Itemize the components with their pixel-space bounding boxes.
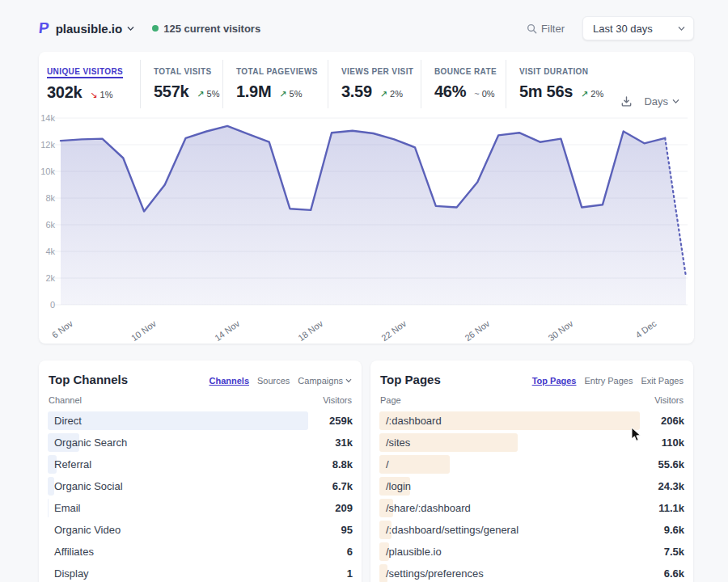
channels-rows: Direct 259k Organic Search 31k Referral … [48,411,353,582]
download-button[interactable] [620,95,633,108]
col-page: Page [380,395,401,405]
search-icon [527,23,537,34]
stat-value: 5m 56s [519,82,573,101]
stat-label: UNIQUE VISITORS [47,67,123,78]
row-label: /sites [379,436,410,449]
stat-label: VIEWS PER VISIT [341,67,413,76]
table-row[interactable]: /plausible.io 7.5k [379,542,684,561]
row-label: Referral [48,458,91,470]
stat-visit-duration[interactable]: VISIT DURATION 5m 56s ↗ 2% [506,60,635,108]
stat-change: ↗ 2% [581,89,603,99]
top-channels-title: Top Channels [49,373,128,386]
table-row[interactable]: /login 24.3k [379,477,684,496]
site-switcher-chevron-icon[interactable] [127,25,134,32]
chart-controls: Days [620,95,679,108]
chevron-down-icon [672,98,679,105]
table-row[interactable]: Organic Social 6.7k [48,477,353,496]
date-range-chevron-icon [678,25,685,32]
flat-tilde-icon: ~ [474,89,479,99]
site-name[interactable]: plausible.io [56,22,123,36]
stat-change: ↗ 5% [279,89,302,99]
filter-button[interactable]: Filter [527,23,565,35]
date-range-select[interactable]: Last 30 days [582,16,694,40]
stat-total-pageviews[interactable]: TOTAL PAGEVIEWS 1.9M ↗ 5% [222,60,328,108]
table-row[interactable]: /share/:dashboard 11.1k [379,499,684,517]
table-row[interactable]: Display 1 [48,564,353,582]
stat-label: BOUNCE RATE [434,67,497,76]
row-value: 209 [335,502,353,514]
row-label: /settings/preferences [379,567,484,580]
svg-text:26 Nov: 26 Nov [463,318,492,343]
svg-text:4k: 4k [45,247,55,256]
tab-entry-pages[interactable]: Entry Pages [584,376,633,386]
row-value: 110k [662,436,684,449]
tab-campaigns[interactable]: Campaigns [298,376,352,386]
table-row[interactable]: Direct 259k [48,411,353,430]
visitors-area-chart[interactable]: 02k4k6k8k10k12k14k6 Nov10 Nov14 Nov18 No… [39,108,694,343]
svg-text:14 Nov: 14 Nov [213,318,242,343]
top-pages-card: Top Pages Top Pages Entry Pages Exit Pag… [370,361,693,582]
row-value: 1 [347,567,353,580]
stat-change: ↘ 1% [90,90,112,100]
row-value: 6.7k [332,480,353,492]
stat-change: ↗ 5% [197,89,219,99]
row-bar [48,411,308,430]
table-row[interactable]: Affiliates 6 [48,542,353,561]
row-label: /share/:dashboard [379,502,471,514]
stat-views-per-visit[interactable]: VIEWS PER VISIT 3.59 ↗ 2% [328,60,421,108]
col-channel: Channel [49,395,82,405]
tab-sources[interactable]: Sources [257,376,290,386]
channels-column-headers: Channel Visitors [48,393,353,411]
table-row[interactable]: Organic Search 31k [48,433,353,452]
table-row[interactable]: / 55.6k [379,455,684,474]
col-visitors: Visitors [654,395,684,405]
row-label: Organic Social [48,480,123,492]
row-value: 31k [335,436,353,449]
tab-top-pages[interactable]: Top Pages [532,376,577,386]
row-label: Affiliates [48,546,94,558]
row-label: /login [379,480,411,492]
table-row[interactable]: Email 209 [48,499,353,517]
row-label: /:dashboard/settings/general [379,524,518,536]
table-row[interactable]: /:dashboard/settings/general 9.6k [379,521,684,539]
stat-total-visits[interactable]: TOTAL VISITS 557k ↗ 5% [140,60,222,108]
chevron-down-icon [345,377,352,384]
svg-text:6 Nov: 6 Nov [50,318,75,340]
svg-text:10k: 10k [40,167,55,176]
tab-channels[interactable]: Channels [209,376,249,386]
tab-exit-pages[interactable]: Exit Pages [641,376,684,386]
svg-text:30 Nov: 30 Nov [546,318,575,343]
table-row[interactable]: /sites 110k [379,433,684,452]
stat-value: 302k [47,83,82,102]
stat-unique-visitors[interactable]: UNIQUE VISITORS 302k ↘ 1% [47,60,140,108]
stat-bounce-rate[interactable]: BOUNCE RATE 46% ~ 0% [421,60,506,108]
svg-text:18 Nov: 18 Nov [296,318,325,343]
table-row[interactable]: Referral 8.8k [48,455,353,474]
table-row[interactable]: /:dashboard 206k [379,411,684,430]
svg-text:22 Nov: 22 Nov [379,318,408,343]
top-channels-card: Top Channels Channels Sources Campaigns … [39,361,362,582]
interval-dropdown[interactable]: Days [644,95,679,108]
row-label: Organic Search [48,436,127,449]
table-row[interactable]: Organic Video 95 [48,521,353,539]
top-pages-title: Top Pages [380,373,441,386]
row-value: 6.6k [664,567,684,580]
live-dot-icon [152,25,159,32]
row-value: 6 [347,546,353,558]
current-visitors[interactable]: 125 current visitors [152,23,260,35]
arrow-up-icon: ↗ [380,89,387,99]
table-row[interactable]: /settings/preferences 6.6k [379,564,684,582]
stat-value: 557k [154,82,188,101]
row-bar [379,455,450,474]
stat-value: 3.59 [341,82,372,101]
arrow-down-icon: ↘ [90,90,97,99]
row-value: 95 [341,524,353,536]
interval-label: Days [644,95,668,108]
stat-label: VISIT DURATION [519,67,588,76]
download-icon [620,95,633,108]
stats-row: UNIQUE VISITORS 302k ↘ 1% TOTAL VISITS 5… [39,52,694,108]
top-bar: P plausible.io 125 current visitors Filt… [39,15,694,42]
date-range-value: Last 30 days [593,23,653,35]
stat-label: TOTAL VISITS [154,67,211,76]
stat-change: ↗ 2% [380,89,403,99]
